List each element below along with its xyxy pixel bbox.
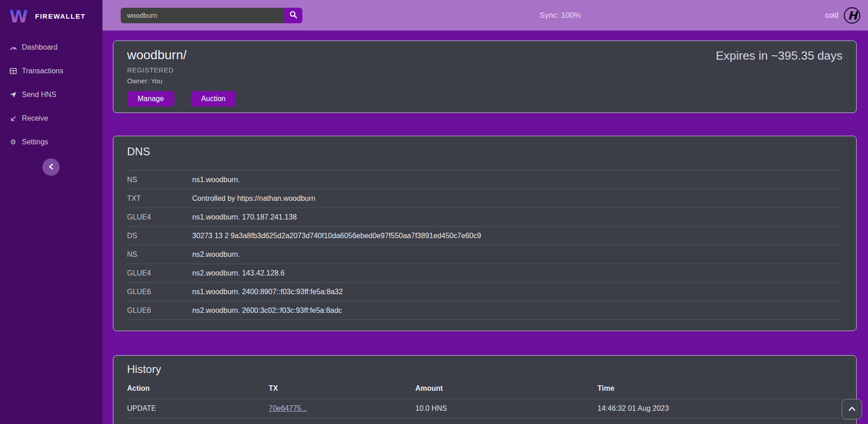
search-icon [289, 10, 297, 20]
dns-record-value: ns1.woodburn. 2400:8907::f03c:93ff:fe5a:… [192, 288, 343, 296]
gear-icon: ⚙ [9, 138, 17, 146]
history-col-action: Action [127, 384, 269, 393]
sidebar-item-label: Transactions [22, 67, 63, 75]
dns-record-row: GLUE4 ns1.woodburn. 170.187.241.138 [127, 208, 842, 226]
dns-table: NS ns1.woodburn. TXT Controlled by https… [127, 170, 842, 320]
domain-expiry: Expires in ~395.35 days [716, 49, 842, 63]
history-title: History [127, 363, 842, 376]
sidebar-item-settings[interactable]: ⚙ Settings [0, 133, 102, 151]
dns-record-type: GLUE4 [127, 213, 192, 221]
sidebar-item-send-hns[interactable]: Send HNS [0, 86, 102, 103]
brand[interactable]: W FIREWALLET [0, 0, 102, 31]
history-row: UPDATE 70e64775... 10.0 HNS 14:46:32 01 … [127, 398, 842, 418]
dns-record-row: NS ns1.woodburn. [127, 170, 842, 189]
arrow-down-left-icon [9, 114, 17, 123]
history-card: History Action TX Amount Time UPDATE 70e… [113, 355, 857, 424]
dns-record-value: ns1.woodburn. [192, 176, 240, 184]
tx-link[interactable]: 70e64775... [269, 404, 307, 412]
dns-record-row: TXT Controlled by https://nathan.woodbur… [127, 189, 842, 208]
dns-title: DNS [127, 145, 842, 158]
domain-owner: Owner: You [127, 77, 842, 85]
dns-card: DNS NS ns1.woodburn. TXT Controlled by h… [113, 136, 857, 331]
scroll-to-top-button[interactable] [842, 399, 862, 419]
history-col-tx: TX [269, 384, 415, 393]
dns-record-value: ns1.woodburn. 170.187.241.138 [192, 213, 297, 221]
gauge-icon [9, 43, 17, 51]
dns-record-value: Controlled by https://nathan.woodburn [192, 194, 315, 203]
sidebar-item-label: Send HNS [22, 91, 56, 99]
chevron-left-icon [48, 163, 54, 171]
history-col-time: Time [597, 384, 842, 393]
paper-plane-icon [9, 91, 17, 99]
sidebar-item-label: Dashboard [22, 43, 57, 51]
brand-name: FIREWALLET [35, 12, 86, 20]
dns-record-row: NS ns2.woodburn. [127, 245, 842, 264]
search-button[interactable] [284, 8, 302, 23]
history-action: UPDATE [127, 404, 269, 413]
sidebar-item-dashboard[interactable]: Dashboard [0, 39, 102, 56]
manage-button[interactable]: Manage [127, 91, 174, 107]
search-group [121, 8, 302, 23]
dns-record-type: DS [127, 232, 192, 240]
dns-record-row: GLUE6 ns1.woodburn. 2400:8907::f03c:93ff… [127, 282, 842, 301]
wallet-group: cold H [825, 7, 861, 24]
auction-button[interactable]: Auction [191, 91, 236, 107]
dns-record-type: NS [127, 250, 192, 259]
domain-name: woodburn/ [127, 48, 187, 62]
dns-record-value: ns2.woodburn. 2600:3c02::f03c:93ff:fe5a:… [192, 307, 342, 315]
handshake-icon[interactable]: H [843, 7, 861, 24]
history-amount: 10.0 HNS [415, 404, 597, 413]
sidebar-collapse-button[interactable] [42, 158, 60, 176]
domain-card: woodburn/ Expires in ~395.35 days REGIST… [113, 41, 857, 113]
wallet-name: cold [825, 11, 838, 20]
sidebar: W FIREWALLET Dashboard Transact [0, 0, 102, 424]
history-col-amount: Amount [415, 384, 597, 393]
firewallet-logo-icon: W [8, 6, 29, 26]
dns-record-type: GLUE4 [127, 269, 192, 277]
svg-text:H: H [848, 9, 859, 22]
table-icon [9, 67, 17, 75]
svg-text:W: W [10, 7, 28, 25]
dns-record-row: GLUE6 ns2.woodburn. 2600:3c02::f03c:93ff… [127, 301, 842, 320]
history-time: 14:46:32 01 Aug 2023 [597, 404, 842, 413]
sidebar-nav: Dashboard Transactions Send HNS [0, 39, 102, 151]
dns-record-value: 30273 13 2 9a3a8fb3d625d2a2073d740f10da6… [192, 232, 481, 240]
chevron-up-icon [848, 406, 856, 413]
sidebar-item-transactions[interactable]: Transactions [0, 62, 102, 80]
dns-record-type: GLUE6 [127, 307, 192, 315]
dns-record-row: GLUE4 ns2.woodburn. 143.42.128.6 [127, 264, 842, 282]
history-row: RENEW 4fd0a915... 10.0 HNS 15:45:36 07 J… [127, 418, 842, 424]
search-input[interactable] [121, 8, 284, 23]
sidebar-item-label: Receive [22, 114, 48, 123]
dns-record-type: GLUE6 [127, 288, 192, 296]
history-header-row: Action TX Amount Time [127, 378, 842, 398]
sync-status: Sync: 100% [540, 11, 581, 20]
dns-record-row: DS 30273 13 2 9a3a8fb3d625d2a2073d740f10… [127, 226, 842, 245]
topbar: Sync: 100% cold H [102, 0, 868, 31]
dns-record-value: ns2.woodburn. 143.42.128.6 [192, 269, 285, 277]
domain-status: REGISTERED [127, 66, 842, 74]
dns-record-value: ns2.woodburn. [192, 250, 240, 259]
sidebar-item-label: Settings [22, 138, 48, 146]
dns-record-type: NS [127, 176, 192, 184]
dns-record-type: TXT [127, 194, 192, 203]
sidebar-item-receive[interactable]: Receive [0, 110, 102, 127]
main-content: woodburn/ Expires in ~395.35 days REGIST… [102, 31, 868, 424]
